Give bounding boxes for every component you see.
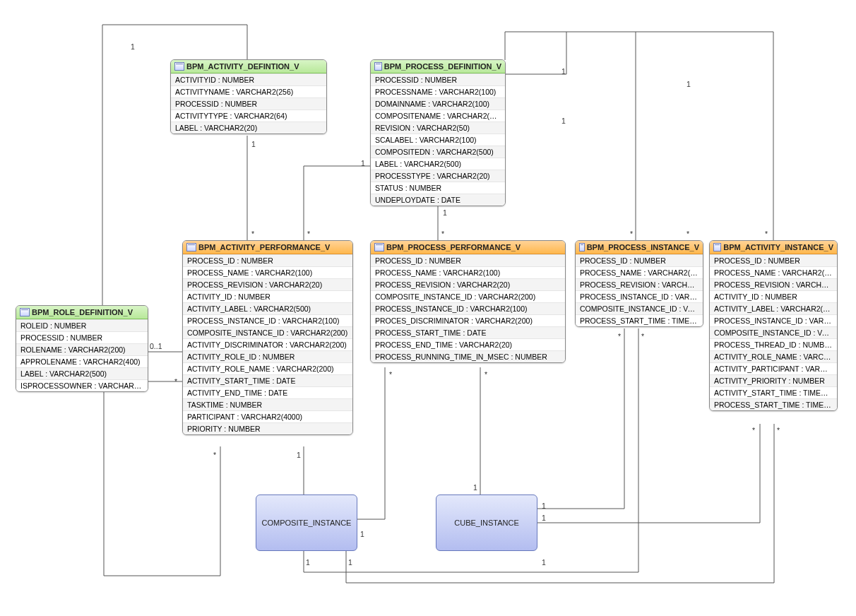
table-row: ISPROCESSOWNER : VARCHAR2(1) [16, 379, 148, 391]
table-row: ACTIVITYTYPE : VARCHAR2(64) [171, 109, 326, 122]
table-header: BPM_ACTIVITY_DEFINTION_V [171, 60, 326, 73]
rows: ACTIVITYID : NUMBERACTIVITYNAME : VARCHA… [171, 73, 326, 134]
table-row: ACTIVITY_ROLE_NAME : VARCHAR2(200) [710, 350, 837, 362]
table-role-definition[interactable]: BPM_ROLE_DEFINITION_V ROLEID : NUMBERPRO… [16, 305, 148, 392]
table-icon [20, 308, 30, 316]
table-row: PROCESS_INSTANCE_ID : VARCHAR2(100) [183, 314, 352, 326]
table-row: ACTIVITY_LABEL : VARCHAR2(500) [710, 302, 837, 314]
table-row: LABEL : VARCHAR2(500) [16, 367, 148, 379]
table-row: ACTIVITY_LABEL : VARCHAR2(500) [183, 302, 352, 314]
table-row: LABEL : VARCHAR2(20) [171, 122, 326, 134]
table-row: SCALABEL : VARCHAR2(100) [371, 134, 505, 146]
table-row: PROCESSID : NUMBER [171, 97, 326, 109]
table-row: ACTIVITY_PARTICIPANT : VARCHAR2(4000) [710, 362, 837, 374]
table-row: PROCESS_ID : NUMBER [183, 254, 352, 266]
table-row: PROCESS_ID : NUMBER [576, 254, 703, 266]
table-row: COMPOSITE_INSTANCE_ID : VARCHAR2(200) [576, 302, 703, 314]
rows: PROCESS_ID : NUMBERPROCESS_NAME : VARCHA… [371, 254, 565, 362]
table-header: BPM_ROLE_DEFINITION_V [16, 306, 148, 319]
table-row: STATUS : NUMBER [371, 182, 505, 194]
table-row: PROCES_DISCRIMINATOR : VARCHAR2(200) [371, 314, 565, 326]
table-row: PRIORITY : NUMBER [183, 422, 352, 434]
table-row: PROCESSTYPE : VARCHAR2(20) [371, 170, 505, 182]
table-row: PROCESS_NAME : VARCHAR2(100) [710, 266, 837, 278]
table-row: PROCESS_RUNNING_TIME_IN_MSEC : NUMBER [371, 350, 565, 362]
table-header: BPM_PROCESS_DEFINITION_V [371, 60, 505, 73]
table-row: PARTICIPANT : VARCHAR2(4000) [183, 410, 352, 422]
table-row: TASKTIME : NUMBER [183, 398, 352, 410]
table-row: PROCESSID : NUMBER [16, 331, 148, 343]
rows: PROCESS_ID : NUMBERPROCESS_NAME : VARCHA… [183, 254, 352, 434]
table-row: ACTIVITY_PRIORITY : NUMBER [710, 374, 837, 386]
table-row: LABEL : VARCHAR2(500) [371, 158, 505, 170]
table-row: APPROLENAME : VARCHAR2(400) [16, 355, 148, 367]
table-row: ACTIVITY_ID : NUMBER [183, 290, 352, 302]
table-row: ACTIVITY_ID : NUMBER [710, 290, 837, 302]
rows: PROCESSID : NUMBERPROCESSNAME : VARCHAR2… [371, 73, 505, 206]
table-row: PROCESS_ID : NUMBER [710, 254, 837, 266]
table-row: PROCESSID : NUMBER [371, 73, 505, 85]
table-icon [713, 243, 721, 251]
box-composite-instance[interactable]: COMPOSITE_INSTANCE [256, 494, 357, 551]
table-row: ACTIVITY_START_TIME : TIMESTAMP [710, 386, 837, 398]
table-activity-instance[interactable]: BPM_ACTIVITY_INSTANCE_V PROCESS_ID : NUM… [709, 240, 838, 411]
table-row: PROCESS_INSTANCE_ID : VARCHAR2(100) [576, 290, 703, 302]
table-process-instance[interactable]: BPM_PROCESS_INSTANCE_V PROCESS_ID : NUMB… [575, 240, 703, 327]
table-row: ACTIVITY_DISCRIMINATOR : VARCHAR2(200) [183, 338, 352, 350]
table-icon [186, 243, 196, 251]
table-row: COMPOSITE_INSTANCE_ID : VARCHAR2(200) [710, 326, 837, 338]
table-row: PROCESS_START_TIME : TIMESTAMP [710, 398, 837, 410]
table-row: ROLEID : NUMBER [16, 319, 148, 331]
table-row: PROCESS_START_TIME : TIMESTAMP [576, 314, 703, 326]
table-icon [579, 243, 585, 251]
table-row: ACTIVITY_START_TIME : DATE [183, 374, 352, 386]
table-row: PROCESS_NAME : VARCHAR2(100) [371, 266, 565, 278]
box-cube-instance[interactable]: CUBE_INSTANCE [436, 494, 537, 551]
table-row: PROCESS_REVISION : VARCHAR2(20) [576, 278, 703, 290]
table-row: COMPOSITENAME : VARCHAR2(100) [371, 109, 505, 122]
table-row: PROCESSNAME : VARCHAR2(100) [371, 85, 505, 97]
table-header: BPM_PROCESS_INSTANCE_V [576, 241, 703, 254]
table-header: BPM_ACTIVITY_PERFORMANCE_V [183, 241, 352, 254]
table-row: ACTIVITY_ROLE_NAME : VARCHAR2(200) [183, 362, 352, 374]
rows: PROCESS_ID : NUMBERPROCESS_NAME : VARCHA… [710, 254, 837, 410]
table-process-definition[interactable]: BPM_PROCESS_DEFINITION_V PROCESSID : NUM… [370, 59, 506, 206]
table-row: PROCESS_REVISION : VARCHAR2(20) [183, 278, 352, 290]
table-row: ACTIVITY_ROLE_ID : NUMBER [183, 350, 352, 362]
table-row: PROCESS_END_TIME : VARCHAR2(20) [371, 338, 565, 350]
table-row: PROCESS_REVISION : VARCHAR2(20) [710, 278, 837, 290]
table-row: ACTIVITYNAME : VARCHAR2(256) [171, 85, 326, 97]
table-row: DOMAINNAME : VARCHAR2(100) [371, 97, 505, 109]
table-row: PROCESS_REVISION : VARCHAR2(20) [371, 278, 565, 290]
table-row: COMPOSITE_INSTANCE_ID : VARCHAR2(200) [183, 326, 352, 338]
table-row: PROCESS_NAME : VARCHAR2(100) [183, 266, 352, 278]
table-row: PROCESS_START_TIME : DATE [371, 326, 565, 338]
table-header: BPM_PROCESS_PERFORMANCE_V [371, 241, 565, 254]
table-row: ROLENAME : VARCHAR2(200) [16, 343, 148, 355]
table-process-performance[interactable]: BPM_PROCESS_PERFORMANCE_V PROCESS_ID : N… [370, 240, 566, 363]
table-row: COMPOSITE_INSTANCE_ID : VARCHAR2(200) [371, 290, 565, 302]
table-header: BPM_ACTIVITY_INSTANCE_V [710, 241, 837, 254]
table-icon [374, 243, 384, 251]
table-row: COMPOSITEDN : VARCHAR2(500) [371, 146, 505, 158]
table-row: PROCESS_NAME : VARCHAR2(100) [576, 266, 703, 278]
table-row: REVISION : VARCHAR2(50) [371, 122, 505, 134]
table-activity-performance[interactable]: BPM_ACTIVITY_PERFORMANCE_V PROCESS_ID : … [182, 240, 353, 435]
table-activity-definition[interactable]: BPM_ACTIVITY_DEFINTION_V ACTIVITYID : NU… [170, 59, 327, 134]
rows: ROLEID : NUMBERPROCESSID : NUMBERROLENAM… [16, 319, 148, 391]
table-row: PROCESS_ID : NUMBER [371, 254, 565, 266]
table-row: PROCESS_THREAD_ID : NUMBER [710, 338, 837, 350]
table-icon [374, 62, 382, 71]
rows: PROCESS_ID : NUMBERPROCESS_NAME : VARCHA… [576, 254, 703, 326]
table-row: ACTIVITY_END_TIME : DATE [183, 386, 352, 398]
table-row: PROCESS_INSTANCE_ID : VARCHAR2(100) [371, 302, 565, 314]
table-row: ACTIVITYID : NUMBER [171, 73, 326, 85]
table-row: UNDEPLOYDATE : DATE [371, 194, 505, 206]
table-icon [174, 62, 184, 71]
table-row: PROCESS_INSTANCE_ID : VARCHAR2(100) [710, 314, 837, 326]
